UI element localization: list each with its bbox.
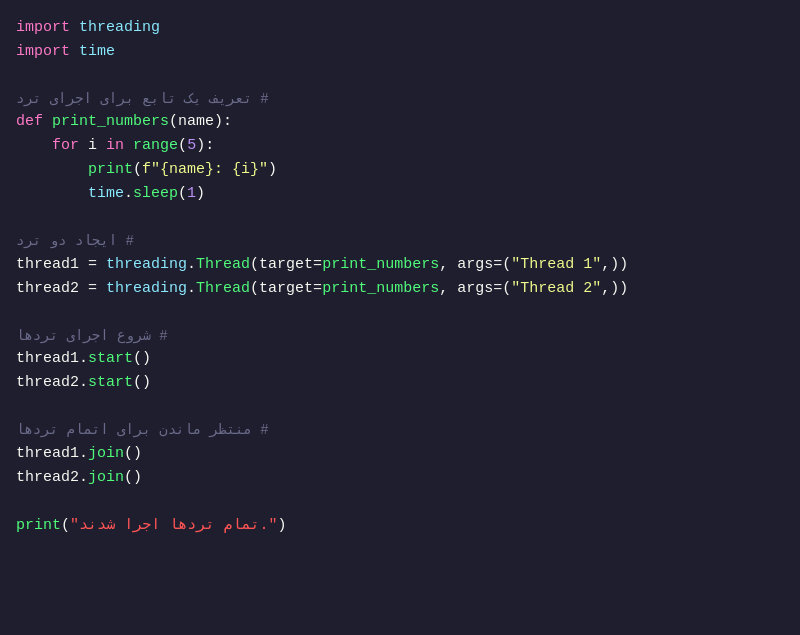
thread1-ref-start: thread1 xyxy=(16,347,79,371)
fn-print-final: print xyxy=(16,514,61,538)
keyword-import-2: import xyxy=(16,40,70,64)
fn-print: print xyxy=(88,158,133,182)
thread1-ref-join: thread1 xyxy=(16,442,79,466)
code-line-2: import time xyxy=(16,40,784,64)
final-str: "تمام تردها اجرا شدند." xyxy=(70,514,278,538)
fstring-val: f"{name}: {i}" xyxy=(142,158,268,182)
code-line-join1: thread1.join() xyxy=(16,442,784,466)
comment-text-4: # منتظر ماندن برای اتمام تردها xyxy=(16,419,269,441)
var-thread1: thread1 xyxy=(16,253,79,277)
var-thread2: thread2 xyxy=(16,277,79,301)
code-line-final-print: print("تمام تردها اجرا شدند.") xyxy=(16,514,784,538)
fn-sleep: sleep xyxy=(133,182,178,206)
fn-start2: start xyxy=(88,371,133,395)
keyword-def: def xyxy=(16,110,43,134)
var-i: i xyxy=(88,134,97,158)
empty-line-1 xyxy=(16,64,784,88)
module-threading: threading xyxy=(79,16,160,40)
threading-ref2: threading xyxy=(106,277,187,301)
comment-line-3: # شروع اجرای تردها xyxy=(16,325,784,347)
keyword-import: import xyxy=(16,16,70,40)
code-line-print: print(f"{name}: {i}") xyxy=(16,158,784,182)
code-editor: import threading import time # تعریف یک … xyxy=(0,0,800,635)
empty-line-3 xyxy=(16,301,784,325)
module-time: time xyxy=(79,40,115,64)
function-name: print_numbers xyxy=(52,110,169,134)
keyword-in: in xyxy=(106,134,124,158)
comment-line-4: # منتظر ماندن برای اتمام تردها xyxy=(16,419,784,441)
thread2-ref-start: thread2 xyxy=(16,371,79,395)
code-line-sleep: time.sleep(1) xyxy=(16,182,784,206)
code-line-thread2: thread2 = threading.Thread(target=print_… xyxy=(16,277,784,301)
thread-str-2: "Thread 2" xyxy=(511,277,601,301)
empty-line-2 xyxy=(16,206,784,230)
code-line-join2: thread2.join() xyxy=(16,466,784,490)
keyword-for: for xyxy=(52,134,79,158)
time-module: time xyxy=(88,182,124,206)
thread-class1: Thread xyxy=(196,253,250,277)
comment-line-1: # تعریف یک تابع برای اجرای ترد xyxy=(16,88,784,110)
fn-range: range xyxy=(133,134,178,158)
thread-class2: Thread xyxy=(196,277,250,301)
thread-str-1: "Thread 1" xyxy=(511,253,601,277)
comment-text-1: # تعریف یک تابع برای اجرای ترد xyxy=(16,88,269,110)
target-fn1: print_numbers xyxy=(322,253,439,277)
threading-ref1: threading xyxy=(106,253,187,277)
num-1: 1 xyxy=(187,182,196,206)
fn-join1: join xyxy=(88,442,124,466)
empty-line-4 xyxy=(16,395,784,419)
code-line-1: import threading xyxy=(16,16,784,40)
param-name: name xyxy=(178,110,214,134)
target-fn2: print_numbers xyxy=(322,277,439,301)
num-5: 5 xyxy=(187,134,196,158)
comment-text-3: # شروع اجرای تردها xyxy=(16,325,168,347)
fn-join2: join xyxy=(88,466,124,490)
code-line-thread1: thread1 = threading.Thread(target=print_… xyxy=(16,253,784,277)
comment-text-2: # ایجاد دو ترد xyxy=(16,230,134,252)
code-line-for: for i in range(5): xyxy=(16,134,784,158)
fn-start1: start xyxy=(88,347,133,371)
code-line-def: def print_numbers(name): xyxy=(16,110,784,134)
code-line-start2: thread2.start() xyxy=(16,371,784,395)
comment-line-2: # ایجاد دو ترد xyxy=(16,230,784,252)
code-line-start1: thread1.start() xyxy=(16,347,784,371)
empty-line-5 xyxy=(16,490,784,514)
thread2-ref-join: thread2 xyxy=(16,466,79,490)
